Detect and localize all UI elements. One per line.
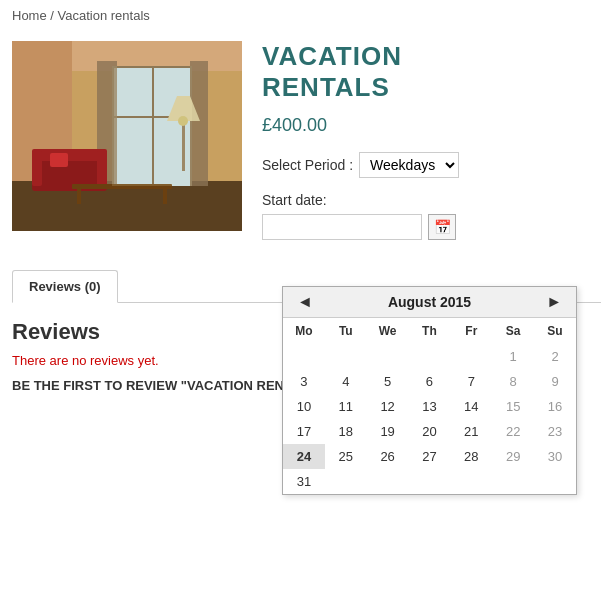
date-input-row: 📅 xyxy=(262,214,601,240)
calendar-day[interactable]: 27 xyxy=(409,444,451,469)
calendar-day xyxy=(325,344,367,369)
product-details: VACATION RENTALS £400.00 Select Period :… xyxy=(262,41,601,244)
svg-rect-23 xyxy=(77,189,81,204)
tab-reviews[interactable]: Reviews (0) xyxy=(12,270,118,303)
select-period-label: Select Period : xyxy=(262,157,353,173)
calendar-day[interactable]: 20 xyxy=(409,419,451,444)
calendar-day[interactable]: 12 xyxy=(367,394,409,419)
calendar-week-row: 31 xyxy=(283,469,576,494)
calendar-weekday-headers: MoTuWeThFrSaSu xyxy=(283,318,576,344)
calendar-day[interactable]: 30 xyxy=(534,444,576,469)
breadcrumb-current: Vacation rentals xyxy=(58,8,150,23)
calendar-week-row: 17181920212223 xyxy=(283,419,576,444)
calendar-icon: 📅 xyxy=(434,219,451,235)
calendar-week-row: 12 xyxy=(283,344,576,369)
calendar-day[interactable]: 24 xyxy=(283,444,325,469)
calendar-day xyxy=(367,469,409,494)
breadcrumb-home-link[interactable]: Home xyxy=(12,8,47,23)
calendar-day[interactable]: 16 xyxy=(534,394,576,419)
calendar-header: ◄ August 2015 ► xyxy=(283,287,576,318)
calendar-day[interactable]: 11 xyxy=(325,394,367,419)
breadcrumb-separator: / xyxy=(50,8,57,23)
calendar-weekday-header: Mo xyxy=(283,318,325,344)
svg-rect-18 xyxy=(50,153,68,167)
svg-rect-25 xyxy=(112,66,192,186)
calendar-day xyxy=(450,469,492,494)
calendar-day[interactable]: 29 xyxy=(492,444,534,469)
calendar-weekday-header: We xyxy=(367,318,409,344)
svg-rect-24 xyxy=(163,189,167,204)
calendar-day[interactable]: 9 xyxy=(534,369,576,394)
calendar-day xyxy=(367,344,409,369)
calendar-day[interactable]: 3 xyxy=(283,369,325,394)
calendar-weekday-header: Sa xyxy=(492,318,534,344)
calendar-day[interactable]: 19 xyxy=(367,419,409,444)
calendar-week-row: 10111213141516 xyxy=(283,394,576,419)
calendar-prev-button[interactable]: ◄ xyxy=(293,293,317,311)
svg-rect-13 xyxy=(190,61,208,186)
calendar-day[interactable]: 10 xyxy=(283,394,325,419)
calendar-widget: ◄ August 2015 ► MoTuWeThFrSaSu 123456789… xyxy=(282,286,577,495)
product-area: VACATION RENTALS £400.00 Select Period :… xyxy=(0,31,613,244)
calendar-day[interactable]: 21 xyxy=(450,419,492,444)
product-price: £400.00 xyxy=(262,115,601,136)
calendar-icon-button[interactable]: 📅 xyxy=(428,214,456,240)
calendar-day[interactable]: 6 xyxy=(409,369,451,394)
period-select[interactable]: Weekdays Weekends Full week xyxy=(359,152,459,178)
calendar-day[interactable]: 26 xyxy=(367,444,409,469)
calendar-day[interactable]: 31 xyxy=(283,469,325,494)
breadcrumb: Home / Vacation rentals xyxy=(0,0,613,31)
calendar-weekday-header: Tu xyxy=(325,318,367,344)
svg-rect-16 xyxy=(32,151,42,186)
calendar-weekday-header: Su xyxy=(534,318,576,344)
calendar-day[interactable]: 13 xyxy=(409,394,451,419)
calendar-day[interactable]: 15 xyxy=(492,394,534,419)
calendar-week-row: 24252627282930 xyxy=(283,444,576,469)
calendar-day[interactable]: 4 xyxy=(325,369,367,394)
start-date-input[interactable] xyxy=(262,214,422,240)
calendar-day[interactable]: 18 xyxy=(325,419,367,444)
calendar-day xyxy=(450,344,492,369)
product-image xyxy=(12,41,242,231)
calendar-day[interactable]: 28 xyxy=(450,444,492,469)
calendar-day[interactable]: 17 xyxy=(283,419,325,444)
calendar-day xyxy=(283,344,325,369)
calendar-day[interactable]: 22 xyxy=(492,419,534,444)
start-date-label: Start date: xyxy=(262,192,601,208)
calendar-day[interactable]: 1 xyxy=(492,344,534,369)
calendar-month-year: August 2015 xyxy=(388,294,471,310)
calendar-day[interactable]: 7 xyxy=(450,369,492,394)
calendar-grid: MoTuWeThFrSaSu 1234567891011121314151617… xyxy=(283,318,576,494)
calendar-day xyxy=(325,469,367,494)
svg-rect-17 xyxy=(97,151,107,186)
calendar-day[interactable]: 25 xyxy=(325,444,367,469)
calendar-body: 1234567891011121314151617181920212223242… xyxy=(283,344,576,494)
product-title: VACATION RENTALS xyxy=(262,41,601,103)
calendar-week-row: 3456789 xyxy=(283,369,576,394)
calendar-weekday-header: Th xyxy=(409,318,451,344)
calendar-day[interactable]: 2 xyxy=(534,344,576,369)
calendar-weekday-header: Fr xyxy=(450,318,492,344)
calendar-day xyxy=(492,469,534,494)
calendar-day xyxy=(534,469,576,494)
svg-rect-15 xyxy=(32,149,107,161)
select-period-row: Select Period : Weekdays Weekends Full w… xyxy=(262,152,601,178)
calendar-day xyxy=(409,344,451,369)
calendar-day[interactable]: 8 xyxy=(492,369,534,394)
calendar-day[interactable]: 23 xyxy=(534,419,576,444)
calendar-day[interactable]: 5 xyxy=(367,369,409,394)
calendar-day xyxy=(409,469,451,494)
calendar-day[interactable]: 14 xyxy=(450,394,492,419)
calendar-next-button[interactable]: ► xyxy=(542,293,566,311)
